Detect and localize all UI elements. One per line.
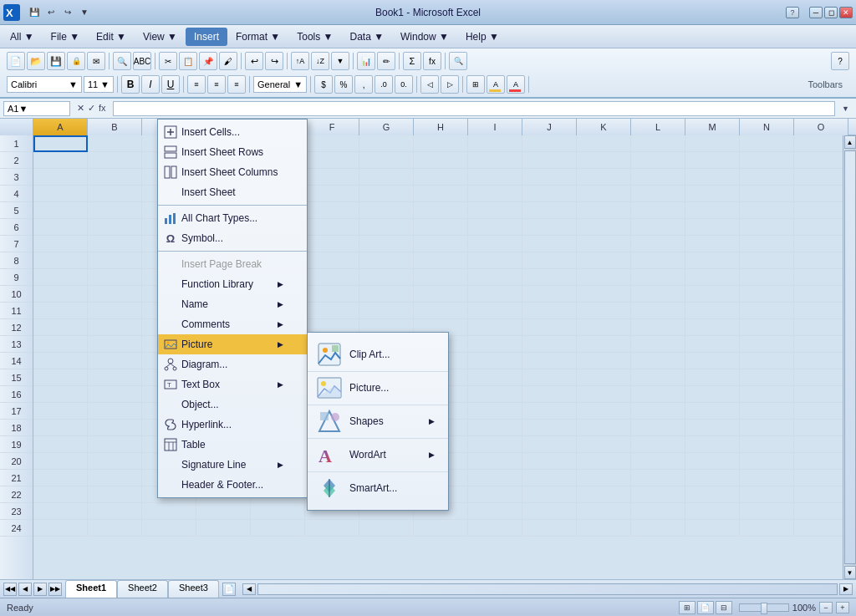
- list-item[interactable]: [88, 336, 142, 353]
- list-item[interactable]: [685, 369, 740, 386]
- row-header-4[interactable]: 4: [0, 186, 33, 202]
- list-item[interactable]: [685, 303, 740, 319]
- align-left-btn[interactable]: ≡: [187, 75, 206, 94]
- row-header-7[interactable]: 7: [0, 236, 33, 252]
- sheet-first-btn[interactable]: ◀◀: [3, 583, 17, 596]
- list-item[interactable]: [522, 403, 577, 420]
- list-item[interactable]: [522, 470, 577, 486]
- list-item[interactable]: [740, 353, 794, 369]
- fill-color-btn[interactable]: A: [487, 75, 505, 94]
- list-item[interactable]: [740, 219, 794, 236]
- list-item[interactable]: [577, 303, 631, 319]
- list-item[interactable]: [631, 219, 685, 236]
- list-item[interactable]: [740, 303, 794, 319]
- list-item[interactable]: [577, 319, 631, 336]
- underline-btn[interactable]: U: [161, 75, 180, 94]
- filter-btn[interactable]: ▼: [331, 52, 349, 70]
- insert-function-btn[interactable]: fx: [99, 103, 106, 114]
- list-item[interactable]: [468, 286, 522, 303]
- list-item[interactable]: [414, 135, 468, 152]
- undo-quick-btn[interactable]: ↩: [43, 5, 59, 20]
- menu-item-insert-sheet[interactable]: Insert Sheet: [158, 182, 307, 202]
- corner-select-all[interactable]: [0, 119, 33, 135]
- list-item[interactable]: [794, 486, 843, 503]
- sheet-next-btn[interactable]: ▶: [33, 583, 47, 596]
- list-item[interactable]: [88, 436, 142, 453]
- scroll-thumb-h[interactable]: [257, 583, 838, 595]
- list-item[interactable]: [631, 420, 685, 436]
- list-item[interactable]: [631, 520, 685, 537]
- row-header-18[interactable]: 18: [0, 420, 33, 436]
- list-item[interactable]: [740, 503, 794, 520]
- list-item[interactable]: [33, 236, 88, 252]
- list-item[interactable]: [305, 303, 359, 319]
- list-item[interactable]: [794, 403, 843, 420]
- list-item[interactable]: [468, 303, 522, 319]
- list-item[interactable]: [794, 152, 843, 169]
- list-item[interactable]: [577, 286, 631, 303]
- list-item[interactable]: [414, 186, 468, 202]
- list-item[interactable]: [685, 436, 740, 453]
- list-item[interactable]: [468, 436, 522, 453]
- list-item[interactable]: [359, 252, 414, 269]
- list-item[interactable]: [468, 236, 522, 252]
- list-item[interactable]: [685, 186, 740, 202]
- list-item[interactable]: [33, 303, 88, 319]
- list-item[interactable]: [359, 236, 414, 252]
- formula-input[interactable]: [113, 101, 836, 116]
- spell-btn[interactable]: ABC: [133, 52, 151, 70]
- new-btn[interactable]: 📄: [7, 52, 25, 70]
- list-item[interactable]: [740, 202, 794, 219]
- list-item[interactable]: [33, 470, 88, 486]
- list-item[interactable]: [305, 520, 359, 537]
- list-item[interactable]: [468, 169, 522, 186]
- list-item[interactable]: [468, 135, 522, 152]
- save-quick-btn[interactable]: 💾: [27, 5, 42, 20]
- list-item[interactable]: [33, 202, 88, 219]
- list-item[interactable]: [740, 169, 794, 186]
- list-item[interactable]: [794, 219, 843, 236]
- list-item[interactable]: [740, 269, 794, 286]
- row-header-22[interactable]: 22: [0, 486, 33, 503]
- sheet-last-btn[interactable]: ▶▶: [48, 583, 62, 596]
- list-item[interactable]: [685, 252, 740, 269]
- italic-btn[interactable]: I: [141, 75, 160, 94]
- list-item[interactable]: [685, 219, 740, 236]
- list-item[interactable]: [577, 386, 631, 403]
- list-item[interactable]: [740, 403, 794, 420]
- list-item[interactable]: [33, 169, 88, 186]
- list-item[interactable]: [740, 436, 794, 453]
- menu-item-insert-cols[interactable]: Insert Sheet Columns: [158, 162, 307, 182]
- list-item[interactable]: [414, 152, 468, 169]
- list-item[interactable]: [88, 369, 142, 386]
- menu-data[interactable]: Data ▼: [341, 28, 392, 46]
- row-header-9[interactable]: 9: [0, 269, 33, 286]
- list-item[interactable]: [577, 236, 631, 252]
- list-item[interactable]: [577, 420, 631, 436]
- list-item[interactable]: [468, 503, 522, 520]
- list-item[interactable]: [88, 135, 142, 152]
- list-item[interactable]: [740, 319, 794, 336]
- list-item[interactable]: [522, 236, 577, 252]
- list-item[interactable]: [33, 186, 88, 202]
- copy-btn[interactable]: 📋: [179, 52, 197, 70]
- list-item[interactable]: [33, 353, 88, 369]
- list-item[interactable]: [468, 386, 522, 403]
- cut-btn[interactable]: ✂: [159, 52, 177, 70]
- list-item[interactable]: [251, 503, 305, 520]
- row-header-16[interactable]: 16: [0, 386, 33, 403]
- undo-btn[interactable]: ↩: [245, 52, 263, 70]
- list-item[interactable]: [794, 453, 843, 470]
- restore-btn[interactable]: ◻: [824, 7, 838, 18]
- list-item[interactable]: [468, 269, 522, 286]
- list-item[interactable]: [88, 386, 142, 403]
- row-header-24[interactable]: 24: [0, 520, 33, 537]
- expand-formula-btn[interactable]: ▼: [838, 104, 853, 113]
- list-item[interactable]: [88, 252, 142, 269]
- list-item[interactable]: [414, 269, 468, 286]
- list-item[interactable]: [685, 420, 740, 436]
- list-item[interactable]: [685, 269, 740, 286]
- scroll-down-btn[interactable]: ▼: [844, 566, 856, 579]
- align-right-btn[interactable]: ≡: [227, 75, 246, 94]
- list-item[interactable]: [88, 152, 142, 169]
